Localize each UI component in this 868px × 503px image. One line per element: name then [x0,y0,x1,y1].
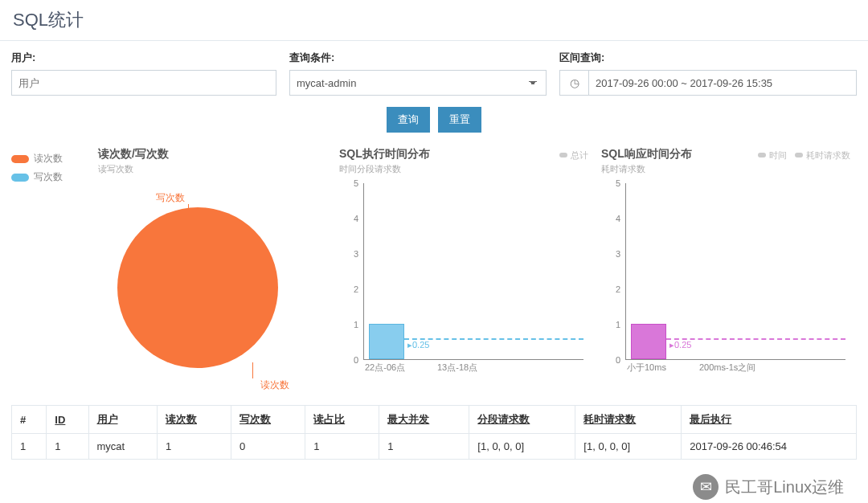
bar1-avg-label: 0.25 [412,340,429,350]
results-table: # ID 用户 读次数 写次数 读占比 最大并发 分段请求数 耗时请求数 最后执… [11,405,857,460]
page-title: SQL统计 [0,0,868,41]
range-input[interactable] [588,70,857,96]
table-header-row: # ID 用户 读次数 写次数 读占比 最大并发 分段请求数 耗时请求数 最后执… [12,406,857,434]
cell-cost: [1, 0, 0, 0] [575,434,682,460]
th-ratio[interactable]: 读占比 [305,406,379,434]
bar1-title: SQL执行时间分布 [339,147,430,162]
bar2-toggle[interactable]: 时间 耗时请求数 [758,149,850,162]
watermark-text: 民工哥Linux运维 [725,476,844,498]
th-last[interactable]: 最后执行 [682,406,857,434]
legend-swatch-writes [11,174,29,182]
legend-reads: 读次数 [34,152,63,166]
pie-chart: 写次数 读次数 [108,183,317,392]
cell-reads: 1 [157,434,231,460]
legend-swatch-reads [11,155,29,163]
pie-label-reads: 读次数 [260,378,289,392]
th-seg[interactable]: 分段请求数 [469,406,575,434]
cond-label: 查询条件: [289,51,547,65]
pie-title: 读次数/写次数 [98,147,326,162]
th-writes[interactable]: 写次数 [231,406,305,434]
bar2-xlab-1: 200ms-1s之间 [698,362,770,376]
watermark: ✉ 民工哥Linux运维 [693,474,844,500]
cell-ratio: 1 [305,434,379,460]
bar1-sub: 时间分段请求数 [339,163,430,175]
th-num[interactable]: # [12,406,47,434]
cell-last: 2017-09-26 00:46:54 [682,434,857,460]
cell-writes: 0 [231,434,305,460]
th-user[interactable]: 用户 [88,406,157,434]
th-concurrency[interactable]: 最大并发 [379,406,469,434]
bar1-xlab-1: 13点-18点 [436,362,508,376]
pie-label-writes: 写次数 [156,191,185,205]
pie-slice-reads [117,207,278,368]
wechat-icon: ✉ [693,474,719,500]
legend-writes: 写次数 [34,170,63,184]
cell-id: 1 [47,434,88,460]
table-row[interactable]: 1 1 mycat 1 0 1 1 [1, 0, 0, 0] [1, 0, 0,… [12,434,857,460]
th-id[interactable]: ID [47,406,88,434]
reset-button[interactable]: 重置 [438,107,481,133]
bar1-bar-0 [369,324,404,359]
bar2-sub: 耗时请求数 [601,163,692,175]
bar1-chart: 5 4 3 2 1 0 ▸0.25 22点-06点 13点-18点 [339,183,588,376]
bar2-xlab-0: 小于10ms [625,362,698,376]
bar2-avg-label: 0.25 [674,340,691,350]
query-button[interactable]: 查询 [387,107,430,133]
filter-bar: 用户: 查询条件: mycat-admin 区间查询: ◷ [0,41,868,99]
th-reads[interactable]: 读次数 [157,406,231,434]
clock-icon: ◷ [559,70,588,96]
user-input[interactable] [11,70,276,96]
bar1-xlab-0: 22点-06点 [363,362,436,376]
cell-seg: [1, 0, 0, 0] [469,434,575,460]
cell-num: 1 [12,434,47,460]
th-cost[interactable]: 耗时请求数 [575,406,682,434]
cell-concurrency: 1 [379,434,469,460]
cell-user: mycat [88,434,157,460]
bar2-chart: 5 4 3 2 1 0 ▸0.25 小于10ms 200ms-1s之间 [601,183,850,376]
bar1-toggle[interactable]: 总计 [559,149,588,162]
pie-sub: 读写次数 [98,163,326,175]
legend: 读次数 写次数 [11,147,92,392]
range-label: 区间查询: [559,51,857,65]
user-label: 用户: [11,51,276,65]
bar2-bar-0 [631,324,666,359]
bar2-title: SQL响应时间分布 [601,147,692,162]
cond-select[interactable]: mycat-admin [289,70,547,96]
